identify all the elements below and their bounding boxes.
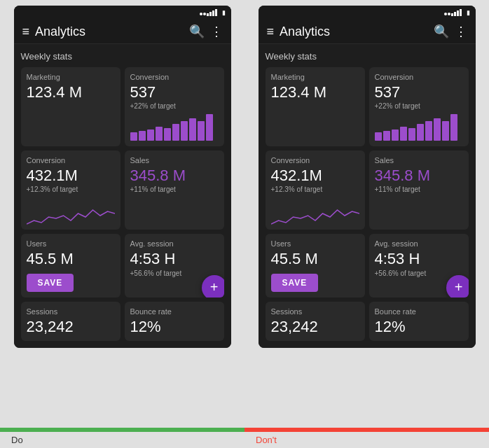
signal-dot-2	[203, 13, 206, 15]
marketing-value-dont: 123.4 M	[271, 84, 359, 101]
line-chart-do	[27, 196, 115, 224]
signal-bars	[200, 9, 217, 16]
signal-bar-2d	[454, 12, 456, 16]
more-icon-dont[interactable]: ⋮	[455, 24, 467, 39]
signal-bar-1	[207, 13, 209, 16]
avg-session-subtext-dont: +56.6% of target	[375, 270, 463, 277]
dont-label: Don't	[245, 432, 277, 448]
marketing-value-do: 123.4 M	[27, 84, 115, 101]
signal-dot-1d	[444, 13, 447, 15]
sales-label-do: Sales	[130, 156, 219, 164]
app-title-dont: Analytics	[280, 24, 427, 39]
signal-bar-2	[209, 12, 212, 16]
sessions-label-do: Sessions	[27, 307, 115, 316]
bar-d9	[442, 121, 449, 141]
dont-section: Don't	[245, 428, 489, 448]
save-button-do[interactable]: SAVE	[27, 274, 74, 292]
signal-dot-1	[200, 13, 202, 15]
signal-bar-3	[212, 10, 214, 16]
sessions-value-do: 23,242	[27, 318, 115, 335]
bar-d6	[417, 124, 424, 141]
sessions-card-do: Sessions 23,242	[21, 302, 120, 341]
more-icon-do[interactable]: ⋮	[210, 24, 223, 39]
signal-bar-4d	[460, 9, 462, 16]
bar-d4	[400, 127, 407, 141]
bar-5	[164, 128, 171, 141]
hamburger-icon-dont[interactable]: ≡	[267, 24, 275, 39]
do-phone-wrapper: ▮ ≡ Analytics 🔍 ⋮ Weekly stats Marketing…	[0, 0, 245, 428]
grid-dont: Marketing 123.4 M Conversion 537 +22% of…	[266, 67, 469, 341]
users-card-dont: Users 45.5 M SAVE	[266, 234, 365, 297]
hamburger-icon-do[interactable]: ≡	[22, 24, 30, 39]
bar-4	[156, 127, 163, 141]
users-label-do: Users	[27, 239, 115, 248]
top-bar-dont: ≡ Analytics 🔍 ⋮	[259, 20, 476, 44]
content-dont: Weekly stats Marketing 123.4 M Conversio…	[259, 44, 476, 348]
save-button-dont[interactable]: SAVE	[271, 274, 319, 292]
users-label-dont: Users	[271, 239, 359, 248]
marketing-label-do: Marketing	[27, 73, 115, 81]
avg-session-value-dont: 4:53 H	[375, 251, 463, 267]
signal-dot-2d	[448, 13, 450, 15]
conversion-bottom-subtext-dont: +12.3% of target	[271, 186, 359, 193]
signal-bar-3d	[457, 10, 459, 16]
do-label: Do	[0, 432, 23, 448]
bar-d10	[450, 114, 457, 141]
grid-do: Marketing 123.4 M Conversion 537 +22% of…	[21, 67, 224, 341]
signal-bar-4	[215, 9, 217, 16]
conversion-bottom-label-dont: Conversion	[271, 156, 359, 164]
conversion-bottom-subtext-do: +12.3% of target	[27, 186, 115, 193]
bar-d5	[408, 128, 415, 141]
marketing-card-do: Marketing 123.4 M	[21, 67, 120, 146]
search-icon-dont[interactable]: 🔍	[434, 24, 449, 39]
conversion-top-card-dont: Conversion 537 +22% of target	[369, 67, 469, 146]
conversion-top-value-dont: 537	[375, 84, 463, 101]
fab-dont[interactable]: +	[446, 275, 469, 298]
bounce-rate-value-do: 12%	[130, 318, 219, 335]
sessions-card-dont: Sessions 23,242	[266, 302, 365, 341]
battery-icon-dont: ▮	[467, 9, 470, 16]
bar-6	[172, 124, 179, 141]
avg-session-card-dont: Avg. session 4:53 H +56.6% of target +	[369, 234, 469, 297]
conversion-bottom-value-do: 432.1M	[27, 167, 115, 184]
weekly-stats-do: Weekly stats	[21, 51, 224, 62]
sales-card-do: Sales 345.8 M +11% of target	[125, 150, 224, 230]
bar-7	[181, 121, 188, 141]
bar-d1	[375, 132, 382, 141]
conversion-bottom-value-dont: 432.1M	[271, 167, 359, 184]
bar-10	[206, 114, 213, 141]
bar-9	[198, 121, 205, 141]
status-bar-do: ▮	[14, 6, 231, 20]
sales-label-dont: Sales	[375, 156, 463, 164]
bounce-rate-value-dont: 12%	[375, 318, 463, 335]
conversion-top-value-do: 537	[130, 84, 219, 101]
sales-value-do: 345.8 M	[130, 167, 219, 184]
bar-3	[147, 130, 154, 141]
conversion-top-card-do: Conversion 537 +22% of target	[125, 67, 224, 146]
bottom-labels: Do Don't	[0, 428, 489, 448]
bounce-rate-label-do: Bounce rate	[130, 307, 219, 316]
avg-session-value-do: 4:53 H	[130, 251, 219, 267]
sessions-label-dont: Sessions	[271, 307, 359, 316]
dont-bar	[245, 428, 489, 432]
conversion-top-label-do: Conversion	[130, 73, 219, 81]
conversion-bottom-label-do: Conversion	[27, 156, 115, 164]
conversion-top-subtext-dont: +22% of target	[375, 102, 463, 110]
bounce-rate-label-dont: Bounce rate	[375, 307, 463, 316]
conversion-top-subtext-do: +22% of target	[130, 102, 219, 110]
bar-d8	[434, 118, 441, 141]
conversion-top-label-dont: Conversion	[375, 73, 463, 81]
search-icon-do[interactable]: 🔍	[189, 24, 205, 39]
bar-chart-do	[130, 113, 219, 141]
bar-2	[139, 131, 146, 141]
users-value-do: 45.5 M	[27, 251, 115, 267]
bounce-rate-card-do: Bounce rate 12%	[125, 302, 224, 341]
sales-card-dont: Sales 345.8 M +11% of target	[369, 150, 469, 230]
bar-1	[130, 132, 137, 141]
do-bar	[0, 428, 245, 432]
app-title-do: Analytics	[35, 24, 183, 39]
bar-8	[189, 118, 196, 141]
bar-d7	[425, 121, 432, 141]
users-card-do: Users 45.5 M SAVE	[21, 234, 120, 297]
fab-do[interactable]: +	[202, 275, 224, 298]
